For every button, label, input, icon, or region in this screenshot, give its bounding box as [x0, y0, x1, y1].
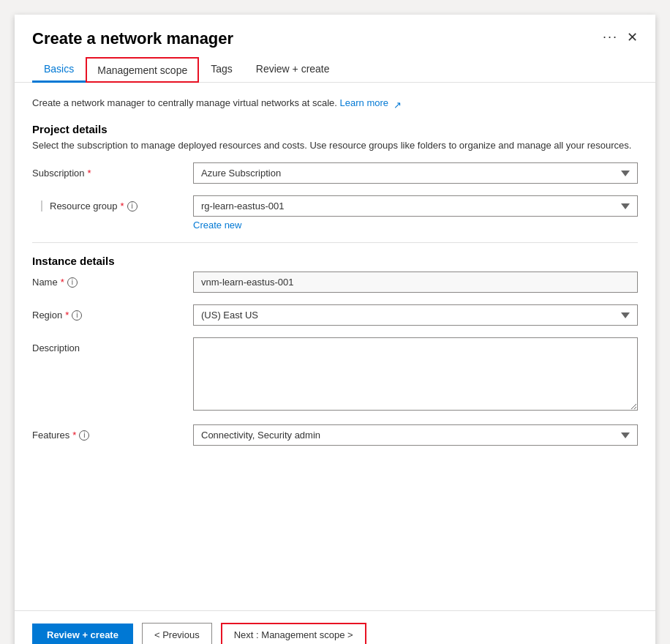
name-label: Name * i — [32, 272, 178, 288]
separator — [32, 242, 638, 243]
resource-group-label-area: Resource group * i — [32, 195, 178, 211]
create-new-resource-group-link[interactable]: Create new — [193, 220, 241, 231]
subscription-row: Subscription * Azure Subscription — [32, 162, 638, 184]
description-textarea[interactable] — [193, 337, 638, 411]
features-row: Features * i Connectivity, Security admi… — [32, 424, 638, 446]
resource-group-indent: Resource group * i — [41, 201, 138, 211]
resource-group-row: Resource group * i rg-learn-eastus-001 C… — [32, 195, 638, 231]
resource-group-info-icon[interactable]: i — [127, 201, 138, 211]
review-create-button[interactable]: Review + create — [32, 624, 133, 644]
region-select[interactable]: (US) East US — [193, 304, 638, 326]
subscription-select[interactable]: Azure Subscription — [193, 162, 638, 184]
instance-details-title: Instance details — [32, 255, 638, 267]
region-label: Region * i — [32, 304, 178, 321]
features-required-star: * — [72, 430, 76, 441]
project-details-desc: Select the subscription to manage deploy… — [32, 140, 638, 151]
dialog-title: Create a network manager — [32, 29, 233, 48]
features-label: Features * i — [32, 424, 178, 441]
features-select[interactable]: Connectivity, Security admin — [193, 424, 638, 446]
features-control: Connectivity, Security admin — [193, 424, 638, 446]
dialog-footer: Review + create < Previous Next : Manage… — [15, 610, 655, 644]
name-control — [193, 272, 638, 293]
tab-basics[interactable]: Basics — [32, 57, 86, 83]
description-control — [193, 337, 638, 413]
subscription-label: Subscription * — [32, 162, 178, 179]
features-info-icon[interactable]: i — [79, 430, 89, 441]
resource-group-required-star: * — [121, 201, 124, 211]
dialog-header: Create a network manager ··· ✕ — [15, 15, 655, 48]
learn-more-link[interactable]: Learn more ↗ — [340, 97, 402, 108]
ellipsis-menu[interactable]: ··· — [603, 29, 618, 45]
info-text: Create a network manager to centrally ma… — [32, 97, 638, 108]
previous-button[interactable]: < Previous — [142, 623, 212, 644]
description-label: Description — [32, 337, 178, 353]
tab-review-create[interactable]: Review + create — [244, 57, 342, 83]
resource-group-control: rg-learn-eastus-001 Create new — [193, 195, 638, 231]
description-row: Description — [32, 337, 638, 413]
region-info-icon[interactable]: i — [72, 310, 82, 321]
region-row: Region * i (US) East US — [32, 304, 638, 326]
name-input[interactable] — [193, 272, 638, 293]
resource-group-select[interactable]: rg-learn-eastus-001 — [193, 195, 638, 217]
next-management-scope-button[interactable]: Next : Management scope > — [221, 623, 366, 644]
create-network-manager-dialog: Create a network manager ··· ✕ Basics Ma… — [15, 15, 655, 644]
subscription-control: Azure Subscription — [193, 162, 638, 184]
region-control: (US) East US — [193, 304, 638, 326]
name-row: Name * i — [32, 272, 638, 293]
name-info-icon[interactable]: i — [67, 277, 78, 288]
tab-management-scope[interactable]: Management scope — [86, 57, 199, 83]
tab-bar: Basics Management scope Tags Review + cr… — [15, 48, 655, 83]
tab-tags[interactable]: Tags — [199, 57, 244, 83]
subscription-required-star: * — [88, 168, 91, 179]
region-required-star: * — [65, 310, 69, 321]
dialog-title-actions: ··· ✕ — [603, 29, 638, 45]
name-required-star: * — [61, 277, 64, 288]
dialog-body: Create a network manager to centrally ma… — [15, 83, 655, 610]
project-details-title: Project details — [32, 123, 638, 135]
external-link-icon: ↗ — [394, 100, 402, 108]
close-button[interactable]: ✕ — [627, 31, 638, 44]
